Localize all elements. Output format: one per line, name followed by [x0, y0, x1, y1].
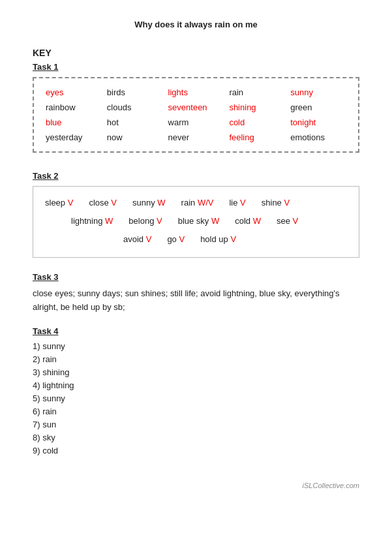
task1-cell: now	[104, 130, 166, 145]
task1-cell: rain	[226, 85, 288, 100]
task2-type: W	[157, 198, 165, 208]
task2-type: V	[146, 234, 152, 244]
task2-item: hold up V	[200, 231, 236, 248]
task2-item: avoid V	[123, 231, 151, 248]
task1-cell: yesterday	[43, 130, 104, 145]
task2-item: shine V	[262, 194, 290, 211]
task1-cell: cold	[226, 115, 288, 130]
task1-cell: tonight	[288, 115, 349, 130]
task4-label: Task 4	[33, 326, 359, 336]
task2-type: V	[240, 198, 246, 208]
task1-cell: eyes	[43, 85, 104, 100]
task1-cell: lights	[166, 85, 227, 100]
task1-cell: green	[288, 100, 349, 115]
task3-label: Task 3	[33, 272, 359, 282]
task1-cell: blue	[43, 115, 104, 130]
task2-type: W	[253, 216, 261, 226]
task1-cell: feeling	[226, 130, 288, 145]
task2-type: V	[230, 234, 236, 244]
task1-table: eyesbirdslightsrainsunnyrainbowcloudssev…	[43, 85, 349, 145]
task2-word: lightning	[71, 216, 105, 226]
task3-text: close eyes; sunny days; sun shines; stil…	[33, 287, 359, 315]
task2-word: rain	[181, 198, 198, 208]
task2-row: avoid Vgo Vhold up V	[45, 231, 347, 248]
task1-box: eyesbirdslightsrainsunnyrainbowcloudssev…	[33, 77, 359, 153]
task2-word: go	[167, 234, 179, 244]
task1-cell: sunny	[288, 85, 349, 100]
task4-item: 8) sky	[33, 433, 359, 442]
task1-cell: never	[166, 130, 227, 145]
key-heading: KEY	[33, 48, 359, 58]
task4-section: Task 4 1) sunny2) rain3) shining4) light…	[33, 326, 359, 455]
task2-type: V	[284, 198, 290, 208]
task2-word: cold	[235, 216, 252, 226]
task2-word: shine	[262, 198, 284, 208]
task2-word: avoid	[123, 234, 146, 244]
task2-box: sleep Vclose Vsunny Wrain W/Vlie Vshine …	[33, 186, 359, 258]
task2-type: V	[293, 216, 299, 226]
task2-item: close V	[89, 194, 117, 211]
task1-label: Task 1	[33, 62, 359, 72]
task1-cell: hot	[104, 115, 166, 130]
task2-item: blue sky W	[178, 213, 220, 230]
task2-item: go V	[167, 231, 185, 248]
task2-item: lie V	[229, 194, 245, 211]
task2-type: W	[211, 216, 219, 226]
task1-cell: birds	[104, 85, 166, 100]
task1-cell: seventeen	[166, 100, 227, 115]
task2-type: V	[179, 234, 185, 244]
task2-item: sleep V	[45, 194, 73, 211]
task3-section: Task 3 close eyes; sunny days; sun shine…	[33, 272, 359, 315]
task4-item: 6) rain	[33, 407, 359, 416]
task1-cell: warm	[166, 115, 227, 130]
task2-type: V	[111, 198, 117, 208]
task2-word: hold up	[200, 234, 230, 244]
task2-word: sleep	[45, 198, 68, 208]
task4-item: 5) sunny	[33, 393, 359, 403]
task2-word: belong	[128, 216, 157, 226]
task2-word: blue sky	[178, 216, 211, 226]
task2-item: rain W/V	[181, 194, 214, 211]
task2-word: lie	[229, 198, 240, 208]
task2-word: sunny	[132, 198, 157, 208]
task4-item: 9) cold	[33, 446, 359, 455]
task2-type: W/V	[198, 198, 214, 208]
task2-label: Task 2	[33, 171, 359, 181]
task2-section: Task 2 sleep Vclose Vsunny Wrain W/Vlie …	[33, 171, 359, 258]
task2-row: sleep Vclose Vsunny Wrain W/Vlie Vshine …	[45, 194, 347, 211]
task4-item: 3) shining	[33, 367, 359, 377]
task1-cell: shining	[226, 100, 288, 115]
task2-item: cold W	[235, 213, 261, 230]
page-title: Why does it always rain on me	[33, 20, 359, 29]
task2-type: V	[68, 198, 74, 208]
task2-word: see	[277, 216, 293, 226]
task4-item: 7) sun	[33, 420, 359, 429]
task1-cell: emotions	[288, 130, 349, 145]
task2-item: belong V	[128, 213, 162, 230]
task1-cell: rainbow	[43, 100, 104, 115]
task2-type: V	[157, 216, 162, 226]
task4-item: 4) lightning	[33, 380, 359, 390]
footer: iSLCollective.com	[33, 482, 359, 489]
task2-word: close	[89, 198, 111, 208]
task2-item: sunny W	[132, 194, 166, 211]
task4-item: 1) sunny	[33, 341, 359, 351]
task1-cell: clouds	[104, 100, 166, 115]
task2-item: see V	[277, 213, 298, 230]
task4-item: 2) rain	[33, 354, 359, 364]
task2-type: W	[105, 216, 113, 226]
task2-row: lightning Wbelong Vblue sky Wcold Wsee V	[45, 213, 347, 230]
task2-item: lightning W	[71, 213, 113, 230]
